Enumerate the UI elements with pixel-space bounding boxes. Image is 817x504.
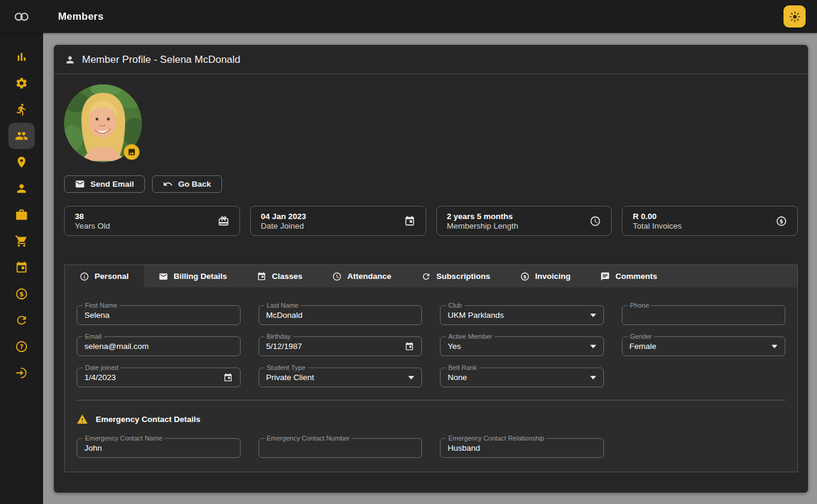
chevron-down-icon	[408, 376, 414, 379]
stat-age: 38 Years Old	[64, 206, 240, 236]
go-back-button[interactable]: Go Back	[152, 175, 222, 193]
tab-attendance[interactable]: Attendance	[317, 265, 406, 287]
tab-invoicing[interactable]: $ Invoicing	[505, 265, 585, 287]
section-divider	[77, 400, 785, 400]
field-label: Belt Rank	[446, 364, 479, 371]
tab-label: Billing Details	[174, 272, 227, 281]
chevron-down-icon	[590, 376, 596, 379]
field-label: Active Member	[446, 333, 494, 340]
go-back-label: Go Back	[178, 180, 211, 189]
personal-tab-content: First Name Selena Last Name McDonald Clu…	[65, 287, 797, 472]
chevron-down-icon	[590, 314, 596, 317]
action-buttons: Send Email Go Back	[64, 175, 798, 193]
refresh-icon	[15, 314, 28, 327]
tab-classes[interactable]: Classes	[242, 265, 317, 287]
sidebar-item-billing[interactable]: $	[8, 281, 35, 307]
tab-comments[interactable]: Comments	[585, 265, 672, 287]
stat-value: 38	[75, 212, 218, 221]
email-field[interactable]: Email selena@mail.com	[77, 336, 241, 356]
send-email-button[interactable]: Send Email	[64, 175, 145, 193]
field-value: 5/12/1987	[266, 342, 400, 351]
birthday-field[interactable]: Birthday 5/12/1987	[259, 336, 423, 356]
stat-membership-length: 2 years 5 months Membership Length	[436, 206, 612, 236]
tab-subscriptions[interactable]: Subscriptions	[406, 265, 505, 287]
cart-icon	[15, 235, 28, 248]
emergency-contact-number-field[interactable]: Emergency Contact Number	[259, 438, 423, 458]
calendar-icon[interactable]	[405, 342, 414, 351]
belt-rank-select[interactable]: Belt Rank None	[440, 368, 604, 387]
gender-select[interactable]: Gender Female	[622, 336, 786, 356]
sidebar-item-settings[interactable]	[8, 70, 35, 96]
gift-icon	[218, 215, 229, 227]
field-value: McDonald	[266, 311, 415, 320]
emergency-contact-name-field[interactable]: Emergency Contact Name John	[77, 438, 241, 458]
runner-icon	[15, 103, 28, 116]
tab-label: Invoicing	[535, 272, 570, 281]
active-member-select[interactable]: Active Member Yes	[440, 336, 604, 356]
sidebar-item-business[interactable]	[8, 202, 35, 228]
sidebar-item-activities[interactable]	[8, 96, 35, 123]
tab-label: Comments	[615, 272, 657, 281]
warning-icon	[77, 414, 88, 425]
field-value: UKM Parklands	[448, 311, 585, 320]
profile-title: Member Profile - Selena McDonald	[82, 54, 241, 66]
chevron-down-icon	[590, 345, 596, 348]
gear-icon	[15, 77, 28, 90]
undo-icon	[163, 179, 173, 189]
field-label: First Name	[83, 302, 120, 309]
tab-label: Attendance	[347, 272, 391, 281]
infinity-logo-icon	[13, 8, 31, 26]
stat-date-joined: 04 Jan 2023 Date Joined	[250, 206, 426, 236]
svg-text:?: ?	[20, 343, 23, 351]
calendar-icon	[404, 215, 415, 227]
emergency-section-heading: Emergency Contact Details	[77, 414, 785, 425]
phone-field[interactable]: Phone	[622, 305, 786, 325]
stat-total-invoices: R 0.00 Total Invoices $	[622, 206, 798, 236]
field-value: Yes	[448, 342, 585, 351]
currency-icon: $	[520, 272, 530, 281]
sidebar-item-members[interactable]	[8, 123, 35, 149]
first-name-field[interactable]: First Name Selena	[77, 305, 241, 325]
app-logo[interactable]	[0, 8, 43, 26]
svg-text:$: $	[523, 274, 526, 279]
club-select[interactable]: Club UKM Parklands	[440, 305, 604, 325]
change-photo-button[interactable]	[124, 144, 139, 160]
sidebar-item-profile[interactable]	[8, 175, 35, 202]
field-label: Phone	[628, 302, 652, 309]
student-type-select[interactable]: Student Type Private Client	[259, 368, 423, 387]
field-value: John	[84, 444, 233, 453]
emergency-contact-relationship-field[interactable]: Emergency Contact Relationship Husband	[440, 438, 604, 458]
date-joined-field[interactable]: Date joined 1/4/2023	[77, 368, 241, 387]
tab-billing-details[interactable]: Billing Details	[144, 265, 242, 287]
info-icon	[80, 272, 89, 281]
stat-label: Date Joined	[261, 221, 404, 230]
calendar-icon	[15, 261, 28, 274]
last-name-field[interactable]: Last Name McDonald	[259, 305, 423, 325]
envelope-icon	[75, 179, 85, 189]
sidebar-item-help[interactable]: ?	[8, 333, 35, 360]
logout-icon	[15, 366, 28, 379]
theme-toggle-button[interactable]	[783, 5, 806, 28]
calendar-icon[interactable]	[223, 373, 233, 382]
sidebar-item-locations[interactable]	[8, 149, 35, 175]
envelope-icon	[159, 272, 168, 281]
sidebar-item-calendar[interactable]	[8, 254, 35, 281]
field-value: Husband	[448, 444, 596, 453]
location-pin-icon	[15, 156, 28, 169]
main-content: Member Profile - Selena McDonald	[43, 33, 817, 504]
svg-text:$: $	[779, 218, 783, 224]
sidebar-item-shop[interactable]	[8, 228, 35, 254]
field-value: Selena	[84, 311, 233, 320]
briefcase-icon	[15, 208, 28, 221]
stat-label: Membership Length	[447, 221, 590, 230]
field-label: Gender	[628, 333, 655, 340]
sidebar-item-dashboard[interactable]	[8, 44, 35, 70]
svg-text:$: $	[19, 290, 23, 297]
sidebar-item-subscriptions[interactable]	[8, 307, 35, 333]
stat-value: 04 Jan 2023	[261, 212, 404, 221]
avatar-wrap	[64, 84, 142, 162]
send-email-label: Send Email	[90, 180, 134, 189]
sidebar-item-logout[interactable]	[8, 360, 35, 386]
tab-personal[interactable]: Personal	[65, 265, 144, 287]
field-label: Emergency Contact Relationship	[446, 435, 546, 442]
